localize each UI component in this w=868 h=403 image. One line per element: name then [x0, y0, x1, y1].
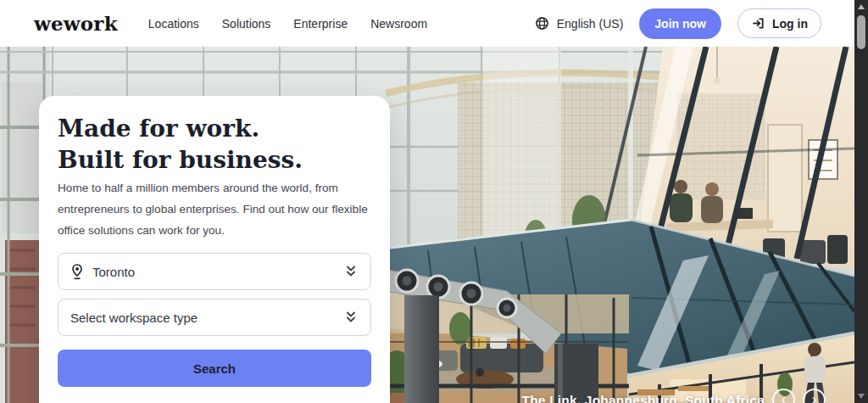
header-actions: English (US) Join now Log in	[535, 8, 854, 39]
workspace-select-placeholder: Select workspace type	[70, 311, 198, 325]
hero-title-line1: Made for work.	[58, 115, 259, 143]
nav-link-solutions[interactable]: Solutions	[222, 17, 271, 31]
scrollbar-up-arrow[interactable]	[854, 0, 868, 14]
login-arrow-icon	[751, 16, 765, 31]
photo-caption: The Link, Johannesburg, South Africa	[521, 393, 765, 403]
carousel-next-button[interactable]: ›	[803, 389, 826, 403]
language-selector[interactable]: English (US)	[535, 16, 624, 31]
double-chevron-down-icon	[343, 265, 359, 278]
nav-link-locations[interactable]: Locations	[148, 17, 199, 31]
nav-link-newsroom[interactable]: Newsroom	[370, 17, 427, 31]
scrollbar-thumb[interactable]	[857, 15, 865, 49]
page-scrollbar[interactable]	[854, 0, 868, 403]
chevron-right-icon: ›	[812, 393, 816, 403]
down-arrow-icon	[858, 394, 865, 399]
main-nav: Locations Solutions Enterprise Newsroom	[148, 17, 427, 31]
bright-mullion	[628, 47, 633, 247]
join-now-button[interactable]: Join now	[639, 8, 721, 39]
hero-title: Made for work. Built for business.	[58, 113, 303, 176]
hero-title-line2: Built for business.	[58, 146, 303, 174]
top-navigation-bar: wework Locations Solutions Enterprise Ne…	[0, 0, 854, 47]
language-label: English (US)	[557, 17, 624, 31]
location-select[interactable]: Toronto	[58, 253, 371, 290]
hero-description: Home to half a million members around th…	[58, 177, 373, 241]
sunlit-glass-band	[483, 47, 561, 250]
nav-link-enterprise[interactable]: Enterprise	[293, 17, 348, 31]
double-chevron-down-icon	[343, 311, 359, 324]
wework-logo[interactable]: wework	[34, 12, 118, 35]
scrollbar-down-arrow[interactable]	[854, 389, 868, 403]
photo-caption-row: The Link, Johannesburg, South Africa ‹ ›	[521, 389, 826, 403]
log-in-button[interactable]: Log in	[737, 8, 821, 38]
workspace-type-select[interactable]: Select workspace type	[58, 299, 371, 336]
carousel-prev-button[interactable]: ‹	[772, 389, 795, 403]
location-pin-icon	[70, 264, 84, 280]
location-select-value: Toronto	[92, 265, 135, 279]
hero-search-card: Made for work. Built for business. Home …	[39, 96, 390, 403]
log-in-label: Log in	[772, 17, 808, 31]
wework-homepage: wework Locations Solutions Enterprise Ne…	[0, 0, 868, 403]
search-button[interactable]: Search	[58, 350, 371, 387]
globe-icon	[535, 16, 549, 31]
chevron-left-icon: ‹	[782, 393, 786, 403]
up-arrow-icon	[858, 4, 865, 9]
